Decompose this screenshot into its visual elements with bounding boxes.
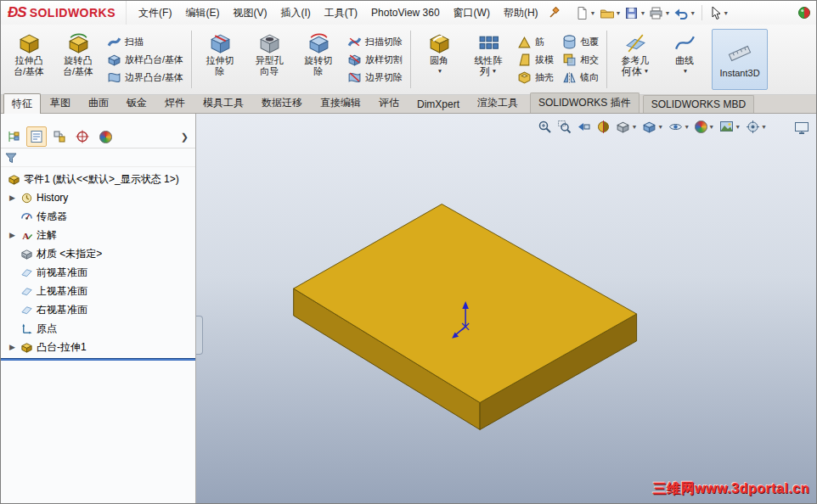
curves-button[interactable]: 曲线 ▼ <box>661 27 708 92</box>
tree-item-boss-extrude1[interactable]: ▶ 凸台-拉伸1 <box>1 338 195 356</box>
instant3d-button[interactable]: Instant3D <box>712 29 768 90</box>
apply-scene-button[interactable]: ▼ <box>719 120 741 134</box>
select-tool-button[interactable]: ▼ <box>707 4 730 22</box>
tab-solidworks-mbd[interactable]: SOLIDWORKS MBD <box>643 95 754 113</box>
resources-sphere-icon[interactable] <box>797 6 811 20</box>
menu-view[interactable]: 视图(V) <box>226 2 273 25</box>
displaymanager-color-wheel-icon <box>99 131 112 143</box>
boundary-boss-button[interactable]: 边界凸台/基体 <box>105 70 185 85</box>
extruded-cut-button[interactable]: 拉伸切除 <box>196 27 244 92</box>
revolved-cut-button[interactable]: 旋转切除 <box>295 27 342 92</box>
cut-small-buttons: 扫描切除 放样切割 边界切除 <box>344 27 406 92</box>
graphics-area[interactable]: ▼ ▼ ▼ ▼ ▼ <box>196 114 816 503</box>
tree-filter-row[interactable] <box>1 148 195 167</box>
chevron-down-icon: ▼ <box>690 10 696 16</box>
tree-item-label: 上视基准面 <box>37 284 87 299</box>
extruded-boss-base-button[interactable]: 拉伸凸台/基体 <box>5 27 53 92</box>
tree-item-sensors[interactable]: 传感器 <box>1 207 195 226</box>
revolved-boss-icon <box>67 31 90 54</box>
tree-item-top-plane[interactable]: 上视基准面 <box>1 282 195 300</box>
tab-mold-tools[interactable]: 模具工具 <box>194 92 252 113</box>
shell-button[interactable]: 抽壳 <box>516 70 555 85</box>
tab-dimxpert[interactable]: DimXpert <box>408 95 468 113</box>
lofted-cut-button[interactable]: 放样切割 <box>346 53 404 67</box>
pin-menu-icon[interactable] <box>549 7 561 19</box>
new-document-icon <box>575 6 589 20</box>
tree-item-front-plane[interactable]: 前视基准面 <box>1 263 195 282</box>
menu-insert[interactable]: 插入(I) <box>273 2 317 25</box>
menu-edit[interactable]: 编辑(E) <box>178 2 226 25</box>
panel-tab-featuremanager[interactable] <box>3 126 24 147</box>
swept-cut-button[interactable]: 扫描切除 <box>346 35 404 49</box>
panel-tab-dimxpertmanager[interactable] <box>72 126 93 147</box>
view-orientation-button[interactable]: ▼ <box>616 120 637 134</box>
lofted-boss-button[interactable]: 放样凸台/基体 <box>105 53 185 67</box>
tree-item-material[interactable]: 材质 <未指定> <box>1 244 195 263</box>
tab-features[interactable]: 特征 <box>3 93 41 114</box>
tab-sheet-metal[interactable]: 钣金 <box>118 92 155 113</box>
save-button[interactable]: ▼ <box>623 4 646 22</box>
undo-button[interactable]: ▼ <box>673 4 696 22</box>
panel-tab-configurationmanager[interactable] <box>49 126 70 147</box>
print-button[interactable]: ▼ <box>648 4 671 22</box>
panel-tab-displaymanager[interactable] <box>95 126 116 147</box>
linear-pattern-icon <box>477 31 500 54</box>
tab-evaluate[interactable]: 评估 <box>370 92 408 113</box>
tab-data-migration[interactable]: 数据迁移 <box>253 92 311 113</box>
draft-icon <box>517 53 532 67</box>
swept-boss-button[interactable]: 扫描 <box>105 35 185 49</box>
previous-view-button[interactable] <box>577 120 591 134</box>
tree-item-origin[interactable]: 原点 <box>1 319 195 338</box>
panel-splitter-handle[interactable] <box>196 316 203 355</box>
fullscreen-button[interactable] <box>794 120 809 137</box>
rollback-bar[interactable] <box>1 358 195 361</box>
menu-photoview360[interactable]: PhotoView 360 <box>364 3 447 23</box>
menu-tools[interactable]: 工具(T) <box>318 2 364 25</box>
open-button[interactable]: ▼ <box>599 4 623 22</box>
zoom-fit-button[interactable] <box>538 120 552 134</box>
linear-pattern-button[interactable]: 线性阵 列▼ <box>465 27 512 92</box>
menu-help[interactable]: 帮助(H) <box>497 2 545 25</box>
expand-arrow-icon[interactable]: ▶ <box>8 193 17 202</box>
menu-file[interactable]: 文件(F) <box>132 2 178 25</box>
display-style-button[interactable]: ▼ <box>642 120 663 134</box>
zoom-area-button[interactable] <box>557 120 572 134</box>
hide-show-items-button[interactable]: ▼ <box>668 120 690 134</box>
expand-arrow-icon[interactable]: ▶ <box>8 231 17 239</box>
tab-direct-editing[interactable]: 直接编辑 <box>312 92 369 113</box>
plane-icon <box>20 285 33 298</box>
tab-sketch[interactable]: 草图 <box>42 92 79 113</box>
revolved-boss-base-button[interactable]: 旋转凸台/基体 <box>54 27 102 92</box>
tab-weldments[interactable]: 焊件 <box>156 92 194 113</box>
display-style-cube-icon <box>642 120 656 134</box>
rib-button[interactable]: 筋 <box>516 35 555 49</box>
intersect-button[interactable]: 相交 <box>561 53 600 67</box>
panel-tab-propertymanager[interactable] <box>26 126 47 147</box>
boundary-cut-button[interactable]: 边界切除 <box>346 70 404 85</box>
tab-render-tools[interactable]: 渲染工具 <box>469 92 527 113</box>
tab-solidworks-addins[interactable]: SOLIDWORKS 插件 <box>530 92 640 113</box>
tree-item-annotations[interactable]: ▶ A 注解 <box>1 226 195 244</box>
mirror-button[interactable]: 镜向 <box>561 70 600 85</box>
draft-button[interactable]: 拔模 <box>516 53 555 67</box>
shell-icon <box>517 70 532 85</box>
edit-appearance-button[interactable]: ▼ <box>695 120 714 133</box>
wrap-button[interactable]: 包覆 <box>561 35 600 49</box>
tree-item-history[interactable]: ▶ History <box>1 188 195 207</box>
tab-surfaces[interactable]: 曲面 <box>80 92 117 113</box>
expand-arrow-icon[interactable]: ▶ <box>8 343 17 351</box>
reference-geometry-button[interactable]: 参考几 何体▼ <box>611 27 659 92</box>
instant3d-icon <box>728 42 752 65</box>
hole-wizard-button[interactable]: 异型孔向导 <box>245 27 293 92</box>
new-document-button[interactable]: ▼ <box>574 4 597 22</box>
part-icon <box>8 173 20 186</box>
tree-item-part[interactable]: 零件1 (默认<<默认>_显示状态 1>) <box>1 170 195 188</box>
fillet-button[interactable]: 圆角 ▼ <box>415 27 463 92</box>
panel-expand-chevron[interactable]: ❯ <box>177 132 193 143</box>
section-view-button[interactable] <box>596 120 611 134</box>
boss-small-buttons: 扫描 放样凸台/基体 边界凸台/基体 <box>104 27 187 92</box>
view-settings-button[interactable]: ▼ <box>746 120 767 134</box>
menu-window[interactable]: 窗口(W) <box>447 2 497 25</box>
tree-item-right-plane[interactable]: 右视基准面 <box>1 300 195 319</box>
tree-item-label: 凸台-拉伸1 <box>37 340 87 355</box>
